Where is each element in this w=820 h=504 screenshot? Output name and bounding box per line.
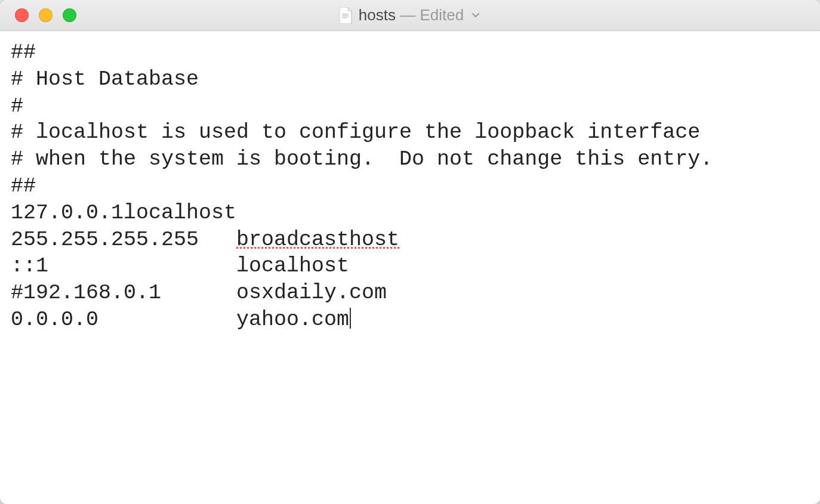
host-name: localhost	[236, 254, 349, 278]
file-line: # when the system is booting. Do not cha…	[11, 147, 713, 171]
file-line: # Host Database	[11, 67, 199, 91]
svg-rect-1	[342, 16, 349, 16]
window-title: hosts — Edited	[0, 6, 820, 24]
file-line: ##	[11, 174, 36, 198]
file-text[interactable]: ## # Host Database # # localhost is used…	[11, 39, 809, 333]
host-ip: 255.255.255.255	[11, 228, 199, 252]
title-status: Edited	[420, 6, 464, 24]
host-name: localhost	[124, 201, 236, 225]
svg-rect-2	[342, 17, 347, 18]
host-ip: 127.0.0.1	[11, 201, 124, 225]
host-ip: ::1	[11, 254, 48, 278]
title-filename: hosts	[359, 6, 396, 24]
file-line: # localhost is used to configure the loo…	[11, 120, 700, 144]
text-cursor	[350, 308, 351, 329]
host-entry: 255.255.255.255 broadcasthost	[11, 228, 399, 252]
text-editor-window: hosts — Edited ## # Host Database # # lo…	[0, 0, 820, 504]
svg-rect-0	[342, 14, 349, 14]
file-line: #	[11, 94, 23, 118]
close-button[interactable]	[15, 8, 29, 22]
title-separator: —	[396, 6, 420, 24]
maximize-button[interactable]	[63, 8, 76, 22]
host-entry: #192.168.0.1 osxdaily.com	[11, 281, 387, 305]
host-ip: 0.0.0.0	[11, 308, 98, 332]
host-name: broadcasthost	[236, 228, 399, 252]
host-ip: #192.168.0.1	[11, 281, 161, 305]
host-entry: ::1 localhost	[11, 254, 349, 278]
file-line: ##	[11, 41, 36, 64]
minimize-button[interactable]	[39, 8, 53, 22]
host-entry: 127.0.0.1localhost	[11, 200, 236, 227]
host-name: osxdaily.com	[236, 281, 387, 305]
document-icon	[340, 7, 353, 24]
titlebar[interactable]: hosts — Edited	[0, 0, 820, 31]
editor-area[interactable]: ## # Host Database # # localhost is used…	[0, 31, 820, 504]
host-name: yahoo.com	[236, 308, 349, 332]
window-controls	[0, 8, 76, 22]
host-entry: 0.0.0.0 yahoo.com	[11, 308, 351, 332]
chevron-down-icon[interactable]	[471, 11, 480, 20]
